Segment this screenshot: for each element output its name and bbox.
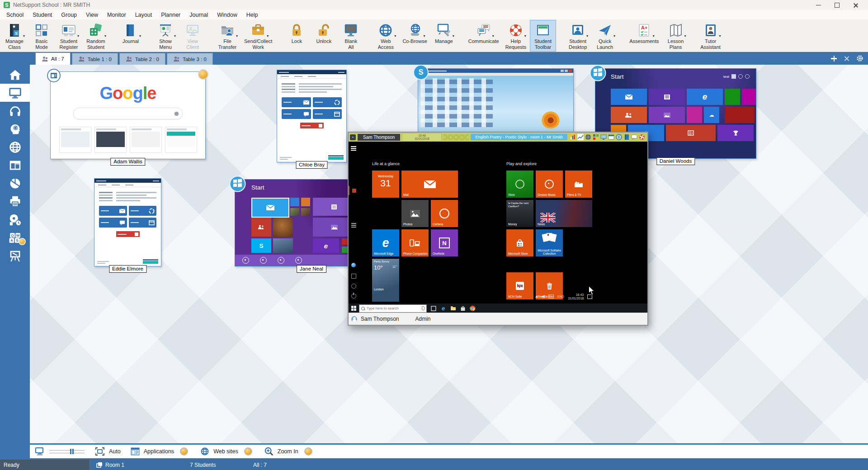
- keyboard-icon[interactable]: [548, 294, 554, 299]
- tile-photos[interactable]: Photos: [401, 200, 429, 227]
- speaker-icon[interactable]: [542, 295, 545, 298]
- settings-gear-icon[interactable]: [856, 55, 863, 62]
- tab-table-3[interactable]: Table 3 : 0: [167, 53, 213, 65]
- taskbar-clock[interactable]: 16:4331/01/2018: [568, 293, 584, 300]
- edge-icon[interactable]: e: [440, 305, 446, 311]
- start-button-icon[interactable]: [351, 306, 356, 311]
- menu-school[interactable]: School: [2, 11, 28, 19]
- tray-chevron-icon[interactable]: [535, 295, 538, 298]
- menu-window[interactable]: Window: [212, 11, 241, 19]
- user-rail-icon[interactable]: [349, 186, 359, 195]
- tab-table-1[interactable]: Table 1 : 0: [72, 53, 118, 65]
- menu-student[interactable]: Student: [28, 11, 57, 19]
- tile-solitaire[interactable]: Microsoft Solitaire Collection: [536, 229, 563, 256]
- blank-all-button[interactable]: BlankAll: [338, 20, 364, 52]
- auto-size-button[interactable]: Auto: [109, 448, 121, 455]
- student-toolbar-button[interactable]: StudentToolbar: [530, 20, 556, 52]
- sidebar-item-print[interactable]: [0, 192, 30, 210]
- tile-news[interactable]: News: [536, 200, 592, 227]
- hamburger-menu-icon[interactable]: [351, 146, 356, 147]
- sam-thompson-zoom-window[interactable]: Sam Thompson 16:4831/01/2018 English Poe…: [348, 132, 648, 326]
- sidebar-item-keyboard-monitor[interactable]: QWAS: [0, 228, 30, 247]
- file-transfer-button[interactable]: FileTransfer: [214, 20, 241, 52]
- applications-toggle[interactable]: Applications: [144, 448, 174, 455]
- tile-money[interactable]: Is Capita the next Carillion?Money: [506, 200, 533, 227]
- remove-group-icon[interactable]: [844, 56, 849, 61]
- lock-button[interactable]: Lock: [283, 20, 310, 52]
- menu-layout[interactable]: Layout: [131, 11, 157, 19]
- tile-calendar[interactable]: Wednesday31: [372, 171, 399, 198]
- sidebar-item-multimedia[interactable]: [0, 210, 30, 228]
- menu-monitor[interactable]: Monitor: [103, 11, 131, 19]
- menu-help[interactable]: Help: [242, 11, 263, 19]
- zoom-in-toggle[interactable]: Zoom In: [278, 448, 298, 455]
- random-student-button[interactable]: RandomStudent: [83, 20, 109, 52]
- student-desktop-button[interactable]: StudentDesktop: [565, 20, 591, 52]
- file-explorer-icon[interactable]: [450, 306, 456, 311]
- chrome-icon[interactable]: [470, 305, 476, 311]
- manage-button[interactable]: Manage: [431, 20, 457, 52]
- sidebar-item-web-control[interactable]: [0, 138, 30, 156]
- web-sites-toggle[interactable]: Web sites: [213, 448, 238, 455]
- tile-groove-music[interactable]: Groove Music: [536, 171, 563, 198]
- add-group-icon[interactable]: [831, 56, 837, 62]
- menu-view[interactable]: View: [81, 11, 103, 19]
- maximize-button[interactable]: [835, 3, 840, 8]
- sidebar-item-surveys[interactable]: [0, 174, 30, 192]
- menu-planner[interactable]: Planner: [156, 11, 185, 19]
- sidebar-item-whiteboard[interactable]: [0, 247, 30, 265]
- tile-mail[interactable]: Mail: [401, 171, 458, 198]
- basic-mode-button[interactable]: BasicMode: [28, 20, 55, 52]
- tile-weather[interactable]: Partly Sunny 10° 11° London: [372, 259, 399, 302]
- unlock-button[interactable]: Unlock: [311, 20, 337, 52]
- communicate-button[interactable]: Communicate: [466, 20, 502, 52]
- tile-store[interactable]: Microsoft Store: [506, 229, 533, 256]
- assessments-button[interactable]: A+ Assessments: [627, 20, 661, 52]
- tile-xbox[interactable]: Xbox: [506, 171, 533, 198]
- zoom-in-indicator[interactable]: [304, 447, 312, 456]
- send-collect-work-button[interactable]: Send/CollectWork: [241, 20, 275, 52]
- help-requests-button[interactable]: HelpRequests: [503, 20, 529, 52]
- close-button[interactable]: [853, 3, 858, 8]
- co-browse-button[interactable]: Co-Browse: [400, 20, 429, 52]
- quick-launch-button[interactable]: QuickLaunch: [592, 20, 618, 52]
- thumbnail-size-slider[interactable]: [49, 450, 85, 453]
- tutor-assistant-button[interactable]: TutorAssistant: [698, 20, 724, 52]
- menu-group[interactable]: Group: [57, 11, 81, 19]
- tile-edge[interactable]: eMicrosoft Edge: [372, 229, 399, 256]
- taskbar-search-box[interactable]: Type here to search: [359, 304, 427, 313]
- show-menu-button[interactable]: ShowMenu: [152, 20, 179, 52]
- edge-rail-icon[interactable]: [351, 263, 356, 267]
- sidebar-item-audio[interactable]: [0, 102, 30, 120]
- sidebar-item-monitor[interactable]: [0, 84, 30, 102]
- tab-table-2[interactable]: Table 2 : 0: [119, 53, 165, 65]
- sidebar-item-home[interactable]: [0, 66, 30, 84]
- tile-films-tv[interactable]: Films & TV: [565, 171, 592, 198]
- journal-button[interactable]: Journal: [118, 20, 144, 52]
- settings-rail-icon[interactable]: [351, 284, 356, 289]
- tile-phone-companion[interactable]: Phone Companion: [401, 229, 429, 256]
- power-rail-icon[interactable]: [351, 294, 356, 299]
- tab-all[interactable]: All : 7: [35, 52, 71, 65]
- documents-rail-icon[interactable]: [351, 274, 356, 279]
- web-sites-indicator[interactable]: [244, 447, 252, 456]
- sidebar-item-application-control[interactable]: [0, 156, 30, 174]
- lesson-plans-button[interactable]: LessonPlans: [663, 20, 689, 52]
- sidebar-item-question-answer[interactable]: [0, 120, 30, 138]
- language-indicator[interactable]: ENG: [557, 295, 564, 298]
- task-view-icon[interactable]: [431, 306, 436, 311]
- student-thumbnail-eddie[interactable]: Eddie Elmore: [94, 178, 161, 266]
- student-thumbnail-chloe[interactable]: Chloe Bray: [277, 70, 347, 162]
- applications-indicator[interactable]: [180, 447, 188, 456]
- manage-class-button[interactable]: S ManageClass: [1, 20, 28, 52]
- tile-onenote[interactable]: OneNote: [431, 229, 458, 256]
- menu-journal[interactable]: Journal: [185, 11, 212, 19]
- student-thumbnail-adam[interactable]: Google Adam Wallis: [50, 71, 206, 159]
- store-icon[interactable]: [460, 306, 466, 311]
- student-register-button[interactable]: StudentRegister: [56, 20, 82, 52]
- minimize-button[interactable]: [816, 5, 821, 5]
- student-thumbnail-win7[interactable]: [418, 68, 574, 140]
- all-apps-icon[interactable]: [351, 223, 356, 224]
- web-access-button[interactable]: WebAccess: [373, 20, 399, 52]
- tile-cortana[interactable]: Cortana: [431, 200, 458, 227]
